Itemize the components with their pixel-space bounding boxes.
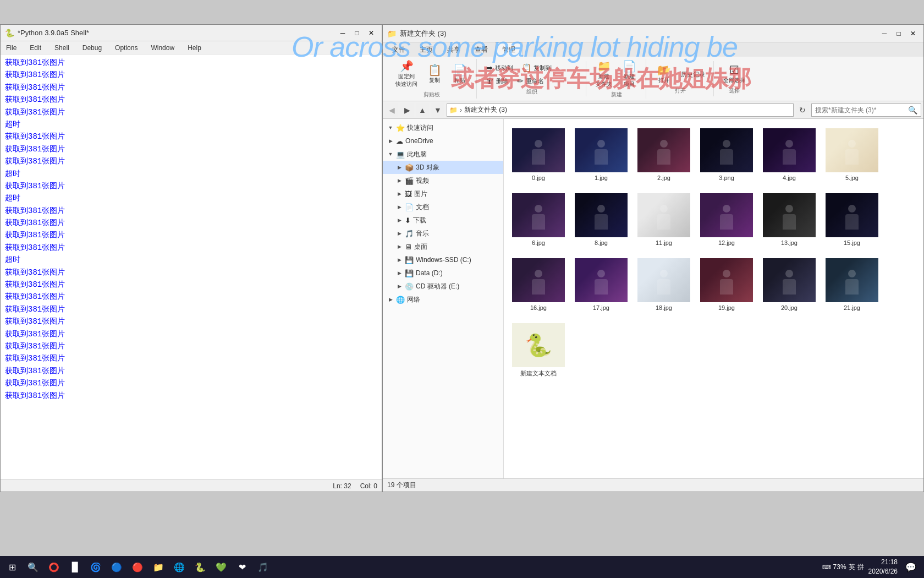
- ribbon-btn-rename[interactable]: ✏ 重命名: [513, 75, 548, 87]
- python-menu-help[interactable]: Help: [184, 43, 205, 53]
- file-item[interactable]: 6.jpg: [508, 188, 569, 251]
- tree-item-CD驱动器(E:)[interactable]: ▶💿CD 驱动器 (E:): [383, 280, 503, 293]
- ribbon-btn-paste[interactable]: 📄 粘贴: [448, 63, 472, 86]
- taskbar-icon-10[interactable]: 🎵: [253, 557, 273, 577]
- python-maximize-button[interactable]: □: [351, 27, 363, 39]
- tree-item-图片[interactable]: ▶🖼图片: [383, 187, 503, 200]
- ribbon-group-open: 📂 打开 历史记录 打开: [647, 61, 714, 96]
- tree-item-网络[interactable]: ▶🌐网络: [383, 293, 503, 306]
- file-item[interactable]: 5.jpg: [822, 123, 882, 186]
- back-button[interactable]: ◀: [385, 103, 398, 117]
- tree-item-桌面[interactable]: ▶🖥桌面: [383, 240, 503, 253]
- file-item[interactable]: 17.jpg: [571, 253, 631, 316]
- taskbar-icon-4[interactable]: 🔴: [128, 557, 147, 577]
- task-view-button[interactable]: ⭕: [44, 557, 64, 577]
- python-minimize-button[interactable]: ─: [337, 27, 349, 39]
- taskbar-icon-9[interactable]: ❤: [232, 557, 252, 577]
- taskbar-icon-2[interactable]: 🌀: [86, 557, 106, 577]
- tree-item-label: 下载: [413, 216, 426, 225]
- taskbar-icon-1[interactable]: ▐▌: [65, 557, 85, 577]
- explorer-close-button[interactable]: ✕: [907, 28, 919, 40]
- file-item[interactable]: 4.jpg: [759, 123, 820, 186]
- file-name: 20.jpg: [781, 304, 798, 311]
- ribbon-btn-new-item[interactable]: 📄 新建项目: [617, 59, 641, 90]
- start-button[interactable]: ⊞: [2, 557, 22, 577]
- tree-item-快速访问[interactable]: ▼⭐快速访问: [383, 121, 503, 134]
- search-box[interactable]: 🔍: [811, 103, 921, 117]
- tree-item-Windows-SSD(C:)[interactable]: ▶💾Windows-SSD (C:): [383, 253, 503, 266]
- python-menu-debug[interactable]: Debug: [79, 43, 105, 53]
- file-name: 11.jpg: [656, 239, 672, 246]
- file-item[interactable]: 20.jpg: [759, 253, 820, 316]
- forward-button[interactable]: ▶: [400, 103, 414, 117]
- tree-folder-icon: 🖥: [405, 243, 412, 251]
- tree-item-音乐[interactable]: ▶🎵音乐: [383, 227, 503, 240]
- ribbon-btn-select-all[interactable]: ☑ 全部选择: [719, 63, 749, 86]
- file-name: 8.jpg: [595, 239, 608, 246]
- file-item[interactable]: 2.jpg: [634, 123, 694, 186]
- file-item[interactable]: 13.jpg: [759, 188, 820, 251]
- python-output-line: 获取到381张图片: [5, 328, 377, 340]
- search-input[interactable]: [815, 106, 908, 114]
- ribbon-tab-home[interactable]: 主页: [413, 42, 440, 57]
- refresh-button[interactable]: ↻: [796, 103, 809, 117]
- explorer-maximize-button[interactable]: □: [893, 28, 905, 40]
- python-output-line: 获取到381张图片: [5, 340, 377, 352]
- file-item[interactable]: 11.jpg: [634, 188, 694, 251]
- taskbar-icon-7[interactable]: 🐍: [190, 557, 210, 577]
- file-item[interactable]: 1.jpg: [571, 123, 631, 186]
- taskbar-icon-5[interactable]: 📁: [148, 557, 168, 577]
- ribbon-btn-pin[interactable]: 📌 固定到快速访问: [392, 59, 421, 90]
- recent-button[interactable]: ▼: [431, 103, 444, 117]
- taskbar-icon-8[interactable]: 💚: [211, 557, 231, 577]
- explorer-minimize-button[interactable]: ─: [878, 28, 890, 40]
- python-menu-shell[interactable]: Shell: [51, 43, 73, 53]
- file-item[interactable]: 8.jpg: [571, 188, 631, 251]
- python-close-button[interactable]: ✕: [365, 27, 377, 39]
- taskbar-icon-3[interactable]: 🔵: [107, 557, 127, 577]
- tree-expand-icon: ▼: [387, 124, 394, 131]
- sidebar: ▼⭐快速访问▶☁OneDrive▼💻此电脑▶📦3D 对象▶🎬视频▶🖼图片▶📄文档…: [383, 119, 504, 478]
- ribbon-tab-manage[interactable]: 管理: [495, 42, 522, 57]
- ribbon-btn-copyto[interactable]: 📋 复制到: [518, 62, 556, 74]
- ribbon-tab-file[interactable]: 文件: [385, 42, 413, 57]
- file-item[interactable]: 18.jpg: [634, 253, 694, 316]
- file-thumbnail: [512, 258, 565, 302]
- tree-item-文档[interactable]: ▶📄文档: [383, 200, 503, 214]
- file-thumbnail: [763, 193, 816, 237]
- tree-item-OneDrive[interactable]: ▶☁OneDrive: [383, 134, 503, 148]
- notification-button[interactable]: 💬: [902, 558, 920, 576]
- address-breadcrumb[interactable]: 📁 › 新建文件夹 (3): [447, 103, 794, 117]
- file-item[interactable]: 0.jpg: [508, 123, 569, 186]
- ribbon-btn-move[interactable]: ➡ 移动到: [482, 62, 517, 74]
- ribbon-tab-view[interactable]: 查看: [468, 42, 495, 57]
- ribbon-btn-copy[interactable]: 📋 复制: [422, 63, 447, 86]
- ribbon-btn-delete[interactable]: 🗑 删除: [482, 75, 512, 87]
- tree-item-视频[interactable]: ▶🎬视频: [383, 174, 503, 187]
- tree-item-Data(D:)[interactable]: ▶💾Data (D:): [383, 266, 503, 280]
- breadcrumb-arrow: 📁: [449, 106, 458, 114]
- taskbar-icon-6[interactable]: 🌐: [169, 557, 189, 577]
- tree-item-此电脑[interactable]: ▼💻此电脑: [383, 148, 503, 161]
- file-thumbnail: [700, 258, 753, 302]
- search-button[interactable]: 🔍: [23, 557, 43, 577]
- file-item[interactable]: 16.jpg: [508, 253, 569, 316]
- file-item[interactable]: 19.jpg: [696, 253, 757, 316]
- file-item[interactable]: 21.jpg: [822, 253, 882, 316]
- up-button[interactable]: ▲: [416, 103, 429, 117]
- paste-icon: 📄: [453, 64, 467, 75]
- ribbon-btn-history[interactable]: 历史记录: [677, 69, 709, 80]
- file-item[interactable]: 12.jpg: [696, 188, 757, 251]
- python-menu-window[interactable]: Window: [147, 43, 178, 53]
- tree-item-3D对象[interactable]: ▶📦3D 对象: [383, 161, 503, 174]
- file-item[interactable]: 3.png: [696, 123, 757, 186]
- ribbon-tab-share[interactable]: 共享: [440, 42, 468, 57]
- file-item[interactable]: 15.jpg: [822, 188, 882, 251]
- python-menu-edit[interactable]: Edit: [26, 43, 45, 53]
- ribbon-btn-open[interactable]: 📂 打开: [652, 63, 676, 86]
- file-item[interactable]: 🐍新建文本文档: [508, 318, 569, 383]
- python-menu-file[interactable]: File: [3, 43, 20, 53]
- tree-item-下载[interactable]: ▶⬇下载: [383, 214, 503, 227]
- python-menu-options[interactable]: Options: [112, 43, 141, 53]
- ribbon-btn-new-folder[interactable]: 📁 新建文件夹: [592, 59, 616, 90]
